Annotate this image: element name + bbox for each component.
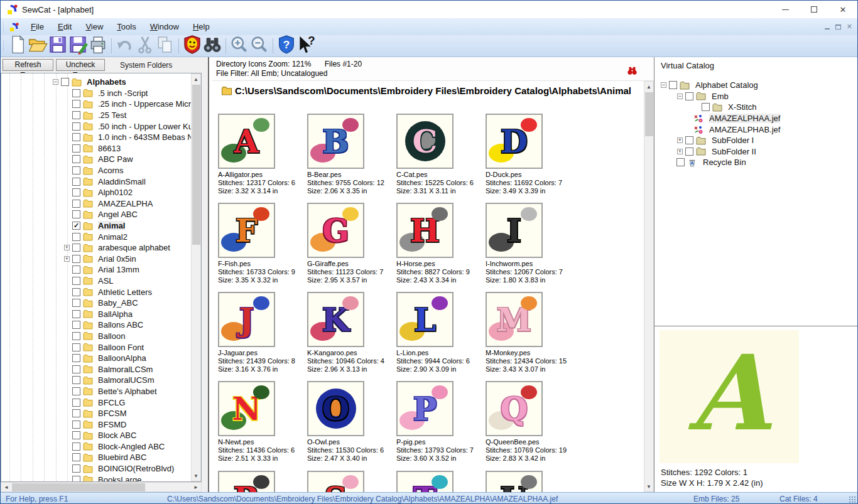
collapse-icon[interactable]: − [661,82,666,88]
tree-item-baby-abc[interactable]: Baby_ABC [1,298,201,309]
file-card[interactable]: K K-Kangaroo.pesStitches: 10946 Colors: … [307,292,396,381]
file-card[interactable]: B B-Bear.pesStitches: 9755 Colors: 12Siz… [307,114,396,203]
tree-checkbox[interactable] [72,399,80,407]
scroll-right-icon[interactable]: ► [192,483,200,491]
expand-icon[interactable]: + [64,245,70,250]
design-thumbnail[interactable]: T [396,471,453,492]
help-button[interactable]: ? [276,36,296,55]
tree-item-acorns[interactable]: Acorns [1,165,201,176]
file-card[interactable]: A A-Alligator.pesStitches: 12317 Colors:… [218,114,307,203]
tree-item-balmorallcsm[interactable]: BalmoralLCSm [1,363,201,375]
menu-help[interactable]: Help [186,18,217,35]
scroll-down-icon[interactable]: ▼ [192,471,200,480]
scroll-down-icon[interactable]: ▼ [644,482,653,491]
tree-item-arial-13mm[interactable]: Arial 13mm [1,264,201,276]
tree-checkbox[interactable] [72,144,80,153]
tree-item-aladdinsmall[interactable]: AladdinSmall [1,176,201,187]
tree-checkbox[interactable]: ✓ [72,222,80,230]
file-card[interactable]: CC-Cat.pesStitches: 15225 Colors: 6Size:… [396,114,486,203]
mdi-restore-icon[interactable] [835,24,841,29]
tree-checkbox[interactable] [72,310,80,318]
refresh-tree-button[interactable]: Refresh Tree [3,59,53,71]
catalog-item-emb[interactable]: −Emb [657,91,857,102]
tree-checkbox[interactable] [72,89,80,97]
tree-item-balmoralucsm[interactable]: BalmoralUCSm [1,375,201,386]
file-card[interactable]: T [396,471,486,492]
tree-checkbox[interactable] [72,409,80,417]
design-thumbnail[interactable]: J [218,292,275,347]
catalog-checkbox[interactable] [685,92,693,100]
design-thumbnail[interactable]: A [218,114,275,169]
tree-checkbox[interactable] [72,288,80,296]
tree-checkbox[interactable] [72,421,80,429]
design-thumbnail[interactable]: I [486,203,543,258]
tree-item-bette-s-alphabet[interactable]: Bette's Alphabet [1,386,201,397]
design-thumbnail[interactable]: P [396,381,453,436]
tree-checkbox[interactable] [72,431,80,439]
new-button[interactable] [8,36,28,55]
catalog-checkbox[interactable] [685,136,693,144]
tree-item--25-test[interactable]: .25 Test [1,110,201,121]
design-thumbnail[interactable]: S [307,471,364,492]
tree-checkbox[interactable] [72,122,80,131]
scroll-up-icon[interactable]: ▲ [192,75,200,83]
uncheck-tree-button[interactable]: Uncheck Tree [56,59,105,71]
tree-item-asl[interactable]: ASL [1,276,201,287]
tree-checkbox[interactable] [72,453,80,461]
tree-item--50-inch-upper-lower-kuenst[interactable]: .50 inch - Upper Lower Kuenst [1,121,201,132]
scroll-left-icon[interactable]: ◄ [2,483,11,491]
tree-vscroll-thumb[interactable] [192,85,200,245]
tree-hscrollbar[interactable]: ◄ ► [1,482,202,492]
tree-checkbox[interactable] [72,354,80,362]
catalog-checkbox[interactable] [676,158,685,166]
tree-item-boingio-retroblvd-[interactable]: BOINGIO(RetroBlvd) [1,463,201,475]
undo-button[interactable] [115,36,135,55]
file-card[interactable]: G G-Giraffe.pesStitches: 11123 Colors: 7… [307,203,396,292]
file-card[interactable]: F F-Fish.pesStitches: 16733 Colors: 9Siz… [218,203,307,292]
tree-item-abc-paw[interactable]: ABC Paw [1,154,201,165]
menu-edit[interactable]: Edit [51,18,79,35]
collapse-icon[interactable]: − [677,94,683,99]
tree-checkbox[interactable] [72,343,80,351]
tree-item-angel-abc[interactable]: Angel ABC [1,209,201,220]
design-thumbnail[interactable]: D [486,114,543,169]
panel-splitter[interactable] [208,57,209,492]
tree-item-bfcsm[interactable]: BFCSM [1,408,201,419]
file-card[interactable]: M M-Monkey.pesStitches: 12434 Colors: 15… [486,292,575,381]
menu-file[interactable]: File [24,18,51,35]
tree-item-block-abc[interactable]: Block ABC [1,430,201,441]
catalog-checkbox[interactable] [669,81,677,89]
tree-checkbox[interactable] [72,188,80,196]
tree-checkbox[interactable] [72,321,80,329]
design-thumbnail[interactable]: L [396,292,453,347]
tree-checkbox[interactable] [72,100,80,108]
tree-item-bookslarge[interactable]: BooksLarge [1,474,201,482]
tree-checkbox[interactable] [72,255,80,263]
file-card[interactable]: R [218,471,307,492]
tree-item-ballalpha[interactable]: BallAlpha [1,308,201,319]
tree-checkbox[interactable] [72,166,80,174]
expand-icon[interactable]: + [677,149,683,154]
catalog-item-alphabet-catalog[interactable]: −Alphabet Catalog [657,80,857,91]
tree-item-alphabets[interactable]: −Alphabets [1,77,201,88]
tree-checkbox[interactable] [72,442,80,451]
tree-checkbox[interactable] [72,178,80,186]
file-card[interactable]: N N-Newt.pesStitches: 11436 Colors: 6Siz… [218,381,307,470]
tree-item-alph0102[interactable]: Alph0102 [1,187,201,198]
catalog-item-recycle-bin[interactable]: Recycle Bin [657,157,857,168]
design-thumbnail[interactable]: Q [486,381,543,436]
tree-item-bluebird-abc[interactable]: Bluebird ABC [1,452,201,463]
design-thumbnail[interactable]: H [396,203,453,258]
files-vscroll-thumb[interactable] [645,92,653,136]
design-thumbnail[interactable]: M [486,292,543,347]
design-thumbnail[interactable]: O [307,381,364,436]
catalog-item-subfolder-i[interactable]: +SubFolder I [657,135,857,146]
tree-item-animal[interactable]: ✓Animal [1,220,201,232]
tree-item-1-0-inch-643sm-bebas-neue-n[interactable]: 1.0 inch - 643SM Bebas Neue N [1,132,201,143]
context-help-button[interactable]: ? [296,36,317,55]
tree-checkbox[interactable] [72,332,80,340]
copy-button[interactable] [155,36,175,55]
catalog-item-x-stitch[interactable]: X-Stitch [657,102,857,113]
tree-item-balloon-font[interactable]: Balloon Font [1,341,201,353]
scroll-up-icon[interactable]: ▲ [644,82,653,91]
